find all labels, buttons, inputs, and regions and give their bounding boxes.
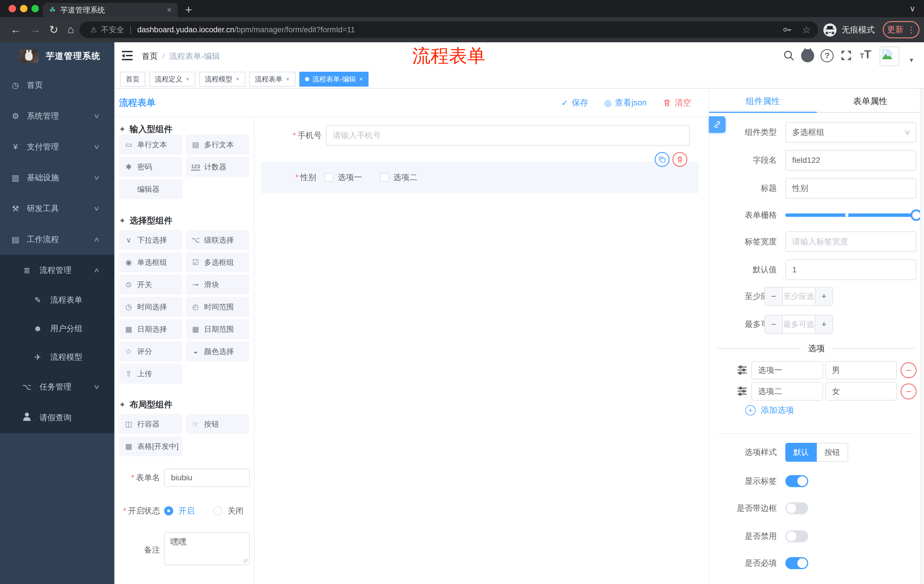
- component-type-select[interactable]: 多选框组 ∨: [785, 122, 916, 143]
- browser-tab[interactable]: ☘ 芋道管理系统 ×: [43, 3, 178, 17]
- chip-radio-group[interactable]: ◉单选框组: [119, 252, 182, 272]
- chip-date-picker[interactable]: ▦日期选择: [119, 319, 182, 339]
- chip-time-range[interactable]: ◴时间范围: [186, 297, 249, 317]
- scrollbar[interactable]: [920, 89, 924, 584]
- max-select-input[interactable]: 最多可选: [783, 316, 815, 333]
- sidebar-item-process-form[interactable]: ✎ 流程表单: [0, 286, 114, 314]
- chip-switch[interactable]: ⊙开关: [119, 275, 182, 294]
- plus-button[interactable]: +: [815, 288, 833, 305]
- tag-close-icon[interactable]: ×: [360, 76, 363, 83]
- search-icon[interactable]: [782, 49, 795, 63]
- tab-search-caret-icon[interactable]: ∨: [910, 4, 916, 13]
- password-key-icon[interactable]: [782, 25, 792, 35]
- checkbox-option-1-label[interactable]: 选项一: [338, 172, 362, 183]
- chip-time-picker[interactable]: ◷时间选择: [119, 297, 182, 317]
- add-option-button[interactable]: + 添加选项: [745, 405, 794, 416]
- sidebar-item-devtools[interactable]: ⚒ 研发工具 ∨: [0, 193, 114, 224]
- sidebar-item-home[interactable]: ◷ 首页: [0, 70, 114, 100]
- radio-off-label[interactable]: 关闭: [228, 505, 244, 516]
- chip-editor[interactable]: 编辑器: [119, 179, 182, 199]
- sidebar-item-leave-query[interactable]: 请假查询: [0, 402, 114, 433]
- option-name-input[interactable]: 选项二: [751, 382, 823, 401]
- save-button[interactable]: ✓ 保存: [561, 97, 588, 109]
- show-label-toggle[interactable]: [785, 475, 808, 487]
- chip-counter[interactable]: 123计数器: [186, 157, 249, 177]
- border-toggle[interactable]: [785, 502, 808, 514]
- phone-field-row[interactable]: *手机号 请输入手机号: [254, 125, 708, 146]
- style-button-button[interactable]: 按钮: [817, 443, 848, 462]
- text-size-icon[interactable]: TT: [860, 48, 871, 61]
- minus-button[interactable]: −: [765, 288, 783, 305]
- reload-icon[interactable]: ↻: [49, 23, 58, 36]
- clear-button[interactable]: 清空: [663, 97, 691, 109]
- sidebar-item-user-groups[interactable]: ☻ 用户分组: [0, 314, 114, 343]
- radio-off[interactable]: [213, 506, 223, 515]
- drag-handle-icon[interactable]: [736, 385, 748, 398]
- resize-grip-icon[interactable]: [244, 559, 248, 563]
- tag-home[interactable]: 首页: [120, 72, 145, 87]
- form-name-input[interactable]: biubiu: [164, 469, 250, 487]
- selected-widget-gender[interactable]: *性别 选项一 选项二: [261, 162, 699, 193]
- plus-button[interactable]: +: [815, 316, 833, 333]
- option-value-input[interactable]: 男: [825, 361, 897, 380]
- not-secure-label[interactable]: 不安全: [101, 25, 124, 35]
- sidebar-collapse-icon[interactable]: [122, 51, 133, 61]
- chip-button[interactable]: ☞按钮: [186, 414, 249, 434]
- chip-table-dev[interactable]: ▦表格[开发中]: [119, 436, 182, 456]
- sidebar-item-payment[interactable]: ¥ 支付管理 ∨: [0, 132, 114, 162]
- chip-dropdown[interactable]: ∨下拉选择: [119, 230, 182, 250]
- back-icon[interactable]: ←: [10, 23, 21, 36]
- checkbox-option-2-label[interactable]: 选项二: [393, 172, 417, 183]
- tag-process-model[interactable]: 流程模型×: [199, 72, 245, 87]
- tag-close-icon[interactable]: ×: [236, 76, 239, 83]
- phone-input[interactable]: 请输入手机号: [326, 125, 690, 146]
- style-default-button[interactable]: 默认: [785, 443, 817, 462]
- min-select-input[interactable]: 至少应选: [783, 288, 815, 305]
- remove-option-button[interactable]: −: [901, 383, 917, 400]
- checkbox-option-1[interactable]: [325, 173, 333, 182]
- option-name-input[interactable]: 选项一: [751, 361, 823, 380]
- disabled-toggle[interactable]: [785, 530, 808, 542]
- sidebar-item-task-management[interactable]: ⌥ 任务管理 ∨: [0, 372, 114, 402]
- avatar[interactable]: [880, 46, 899, 66]
- tag-close-icon[interactable]: ×: [186, 76, 190, 83]
- mac-zoom-button[interactable]: [31, 5, 39, 12]
- tab-component-props[interactable]: 组件属性: [709, 95, 817, 107]
- field-name-input[interactable]: field122: [785, 150, 916, 171]
- option-value-input[interactable]: 女: [825, 382, 897, 401]
- tag-process-form[interactable]: 流程表单×: [249, 72, 295, 87]
- checkbox-option-2[interactable]: [380, 173, 389, 182]
- tag-process-form-edit[interactable]: 流程表单-编辑×: [299, 72, 369, 87]
- view-json-button[interactable]: ◎ 查看json: [604, 97, 647, 109]
- help-icon[interactable]: ?: [820, 49, 834, 62]
- new-tab-button[interactable]: +: [185, 3, 192, 16]
- bookmark-star-icon[interactable]: ☆: [802, 24, 811, 35]
- mac-minimize-button[interactable]: [20, 5, 28, 12]
- radio-on[interactable]: [164, 506, 173, 515]
- chip-color-picker[interactable]: ◒颜色选择: [186, 341, 249, 362]
- tag-close-icon[interactable]: ×: [286, 76, 290, 83]
- sidebar-item-infrastructure[interactable]: ▥ 基础设施 ∨: [0, 162, 114, 193]
- sidebar-item-system[interactable]: ⚙ 系统管理 ∨: [0, 100, 114, 132]
- chip-rating[interactable]: ☆评分: [119, 341, 182, 362]
- breadcrumb-home[interactable]: 首页: [142, 51, 158, 62]
- forward-icon[interactable]: →: [30, 23, 41, 36]
- title-input[interactable]: 性别: [785, 178, 916, 199]
- chip-cascader[interactable]: ⌥级联选择: [186, 230, 249, 250]
- form-remark-textarea[interactable]: 嘿嘿: [164, 532, 250, 565]
- chip-checkbox-group[interactable]: ☑多选框组: [186, 252, 249, 272]
- chip-single-line-text[interactable]: ▭单行文本: [119, 135, 182, 155]
- grid-slider[interactable]: [785, 214, 916, 217]
- chip-row-container[interactable]: ◫行容器: [119, 414, 182, 434]
- required-toggle[interactable]: [785, 557, 808, 569]
- mac-close-button[interactable]: [8, 5, 16, 12]
- github-icon[interactable]: [801, 49, 814, 62]
- form-canvas[interactable]: *手机号 请输入手机号 *性别 选项一 选项二: [254, 117, 708, 584]
- chip-multi-line-text[interactable]: ▤多行文本: [186, 135, 249, 155]
- home-icon[interactable]: ⌂: [68, 23, 74, 36]
- tab-form-props[interactable]: 表单属性: [817, 95, 924, 107]
- sidebar-item-process-management[interactable]: ≣ 流程管理 ∧: [0, 255, 114, 286]
- sidebar-item-workflow[interactable]: ▤ 工作流程 ∧: [0, 224, 114, 255]
- browser-menu-icon[interactable]: ⋮: [907, 25, 916, 35]
- label-width-input[interactable]: 请输入标签宽度: [785, 232, 916, 252]
